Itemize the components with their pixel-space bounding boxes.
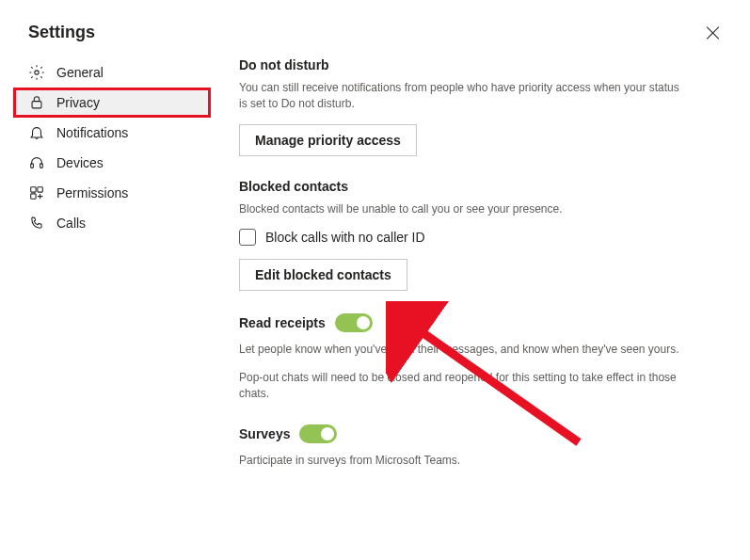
section-description: Participate in surveys from Microsoft Te… <box>239 453 684 469</box>
section-read-receipts: Read receipts Let people know when you'v… <box>239 313 684 402</box>
apps-icon <box>28 184 45 201</box>
settings-layout: General Privacy Notifications Devices Pe <box>0 57 750 492</box>
section-description: Blocked contacts will be unable to call … <box>239 201 684 217</box>
close-icon[interactable] <box>705 24 722 41</box>
section-blocked-contacts: Blocked contacts Blocked contacts will b… <box>239 179 684 291</box>
sidebar-item-notifications[interactable]: Notifications <box>13 118 211 148</box>
gear-icon <box>28 64 45 81</box>
sidebar-item-general[interactable]: General <box>13 57 211 88</box>
sidebar-item-devices[interactable]: Devices <box>13 148 211 178</box>
edit-blocked-contacts-button[interactable]: Edit blocked contacts <box>239 259 407 291</box>
section-title: Surveys <box>239 426 290 441</box>
settings-header: Settings <box>0 0 750 57</box>
svg-point-0 <box>35 71 39 74</box>
page-title: Settings <box>28 23 95 42</box>
svg-rect-5 <box>38 187 42 192</box>
surveys-toggle[interactable] <box>299 424 337 443</box>
svg-rect-4 <box>31 187 36 192</box>
section-title: Read receipts <box>239 315 326 330</box>
section-title: Do not disturb <box>239 57 684 72</box>
section-title: Blocked contacts <box>239 179 684 194</box>
sidebar-item-calls[interactable]: Calls <box>13 208 211 238</box>
lock-icon <box>28 94 45 111</box>
settings-content: Do not disturb You can still receive not… <box>211 57 750 492</box>
sidebar-item-label: Notifications <box>56 125 128 140</box>
sidebar-item-label: General <box>56 65 104 80</box>
sidebar-item-label: Calls <box>56 216 86 231</box>
checkbox-icon[interactable] <box>239 229 256 246</box>
section-surveys: Surveys Participate in surveys from Micr… <box>239 424 684 469</box>
sidebar-item-privacy[interactable]: Privacy <box>13 88 211 118</box>
sidebar-item-label: Privacy <box>56 95 100 110</box>
sidebar-item-permissions[interactable]: Permissions <box>13 178 211 208</box>
bell-icon <box>28 124 45 141</box>
svg-rect-6 <box>31 194 36 199</box>
settings-sidebar: General Privacy Notifications Devices Pe <box>13 57 211 492</box>
read-receipts-toggle[interactable] <box>335 313 373 332</box>
sidebar-item-label: Permissions <box>56 185 128 200</box>
checkbox-label: Block calls with no caller ID <box>265 230 425 245</box>
section-description: Pop-out chats will need to be closed and… <box>239 370 684 403</box>
headset-icon <box>28 154 45 171</box>
block-no-caller-id-row[interactable]: Block calls with no caller ID <box>239 229 684 246</box>
phone-icon <box>28 215 45 232</box>
section-description: Let people know when you've seen their m… <box>239 342 684 358</box>
section-description: You can still receive notifications from… <box>239 80 684 113</box>
sidebar-item-label: Devices <box>56 155 104 170</box>
svg-rect-1 <box>32 102 41 108</box>
section-do-not-disturb: Do not disturb You can still receive not… <box>239 57 684 156</box>
manage-priority-access-button[interactable]: Manage priority access <box>239 124 417 156</box>
